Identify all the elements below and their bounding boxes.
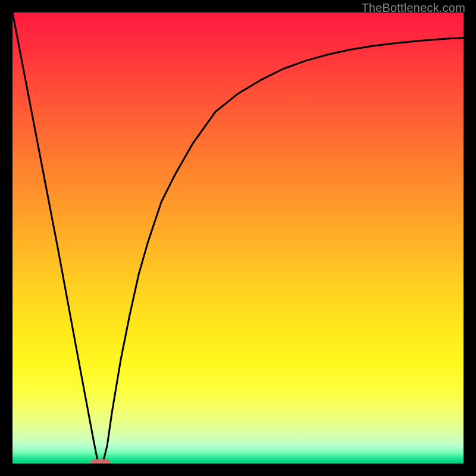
bottleneck-curve [12, 12, 464, 464]
optimum-marker [90, 459, 111, 464]
watermark-text: TheBottleneck.com [361, 1, 465, 15]
curve-layer [12, 12, 464, 464]
chart-frame: TheBottleneck.com [0, 0, 476, 476]
plot-area [12, 12, 464, 464]
